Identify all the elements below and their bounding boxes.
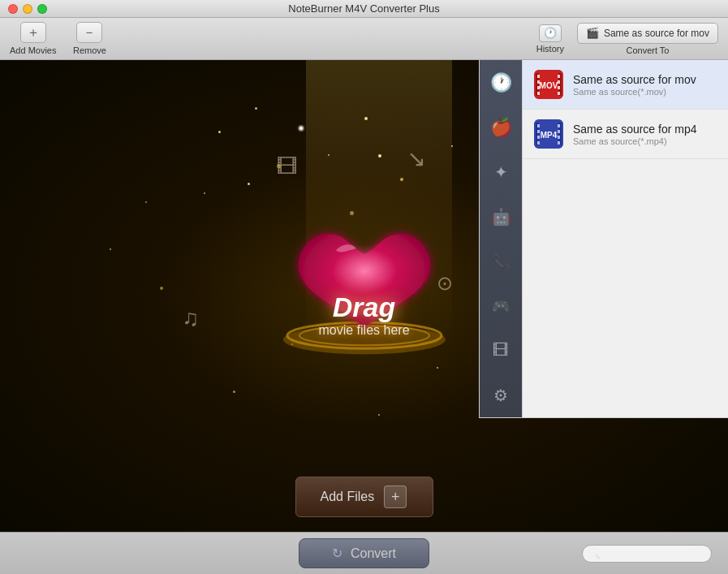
svg-rect-23 (558, 130, 560, 133)
settings-sidebar-icon: ⚙ (493, 386, 508, 405)
sidebar-item-appstore[interactable]: ✦ (480, 149, 522, 194)
maximize-button[interactable] (37, 4, 47, 14)
dropdown-item-mp4[interactable]: MP4 Same as source for mp4 Same as sourc… (523, 110, 728, 159)
music-icon: ♫ (182, 305, 199, 331)
dropdown-item-mp4-title: Same as source for mp4 (573, 123, 717, 136)
convert-to-value: Same as source for mov (604, 28, 709, 39)
video-sidebar-icon: 🎞 (493, 341, 509, 360)
sidebar-item-game[interactable]: 🎮 (480, 283, 522, 328)
film-strip-icon: 🎞 (277, 154, 298, 179)
mp4-format-icon: MP4 (534, 119, 563, 149)
convert-icon: ↻ (332, 546, 342, 561)
history-sidebar-icon: 🕐 (490, 72, 512, 93)
appstore-sidebar-icon: ✦ (494, 162, 508, 182)
remove-label: Remove (73, 45, 106, 55)
toolbar: ＋ Add Movies － Remove 🕐 History 🎬 Same a… (0, 18, 728, 60)
sidebar-item-android[interactable]: 🤖 (480, 194, 522, 239)
remove-icon: － (76, 22, 102, 43)
convert-label: Convert (351, 546, 396, 561)
phone-sidebar-icon: 📞 (492, 252, 510, 270)
dropdown-item-mov[interactable]: MOV Same as source for mov Same as sourc… (523, 60, 728, 110)
mov-icon-small: 🎬 (586, 27, 599, 39)
remove-button[interactable]: － Remove (69, 22, 110, 55)
svg-rect-24 (558, 136, 560, 139)
history-icon: 🕐 (539, 24, 562, 42)
title-bar: NoteBurner M4V Converter Plus (0, 0, 728, 18)
svg-rect-9 (537, 92, 540, 95)
svg-rect-21 (537, 141, 540, 145)
svg-rect-6 (537, 75, 540, 78)
dropdown-content: MOV Same as source for mov Same as sourc… (522, 60, 728, 417)
minimize-button[interactable] (23, 4, 32, 14)
sidebar-item-apple[interactable]: 🍎 (480, 105, 522, 149)
mov-format-icon: MOV (534, 70, 563, 99)
svg-rect-11 (558, 80, 560, 84)
game-sidebar-icon: 🎮 (492, 297, 510, 315)
svg-text:MOV: MOV (540, 81, 558, 90)
android-sidebar-icon: 🤖 (491, 207, 511, 227)
convert-to-button[interactable]: 🎬 Same as source for mov (577, 23, 718, 44)
svg-rect-10 (558, 75, 560, 78)
popup-panel: 🕐 🍎 ✦ 🤖 📞 🎮 🎞 ⚙ (479, 60, 728, 418)
svg-rect-12 (558, 86, 560, 89)
dropdown-item-mov-title: Same as source for mov (573, 73, 717, 86)
svg-rect-13 (558, 92, 560, 95)
sidebar-item-video[interactable]: 🎞 (480, 328, 522, 373)
svg-rect-18 (537, 124, 540, 127)
add-movies-button[interactable]: ＋ Add Movies (10, 22, 56, 55)
apple-sidebar-icon: 🍎 (490, 117, 512, 138)
dropdown-item-mp4-sub: Same as source(*.mp4) (573, 136, 717, 146)
svg-rect-22 (558, 124, 560, 127)
svg-rect-25 (558, 141, 560, 145)
arrow-icon: ↙ (407, 145, 426, 172)
convert-to-wrapper: 🎬 Same as source for mov Convert To (577, 23, 718, 55)
gem-heart (275, 209, 454, 367)
add-movies-label: Add Movies (10, 45, 56, 55)
svg-text:MP4: MP4 (541, 131, 558, 140)
search-wrapper: 🔍 (582, 545, 712, 563)
svg-rect-20 (537, 136, 540, 139)
dropdown-item-mov-sub: Same as source(*.mov) (573, 87, 717, 97)
add-files-plus-icon: + (384, 486, 407, 508)
history-button[interactable]: 🕐 History (536, 24, 564, 54)
add-files-label: Add Files (321, 490, 375, 504)
svg-rect-19 (537, 130, 540, 133)
add-movies-icon: ＋ (20, 22, 46, 43)
convert-to-label: Convert To (626, 45, 669, 55)
dropdown-item-mov-info: Same as source for mov Same as source(*.… (573, 73, 717, 97)
search-input[interactable] (582, 545, 712, 563)
close-button[interactable] (8, 4, 18, 14)
window-title: NoteBurner M4V Converter Plus (288, 2, 439, 15)
sidebar: 🕐 🍎 ✦ 🤖 📞 🎮 🎞 ⚙ (480, 60, 522, 417)
history-label: History (536, 44, 564, 54)
dropdown-item-mp4-info: Same as source for mp4 Same as source(*.… (573, 123, 717, 146)
sidebar-item-settings[interactable]: ⚙ (480, 373, 522, 417)
convert-button[interactable]: ↻ Convert (299, 538, 429, 568)
main-content: ↙ 🎞 ♫ ⊙ (0, 60, 728, 532)
traffic-lights (8, 4, 47, 14)
add-files-button[interactable]: Add Files + (295, 477, 433, 517)
sidebar-item-phone[interactable]: 📞 (480, 239, 522, 283)
bottom-bar: ↻ Convert 🔍 (0, 532, 728, 574)
sidebar-item-history[interactable]: 🕐 (480, 60, 522, 105)
